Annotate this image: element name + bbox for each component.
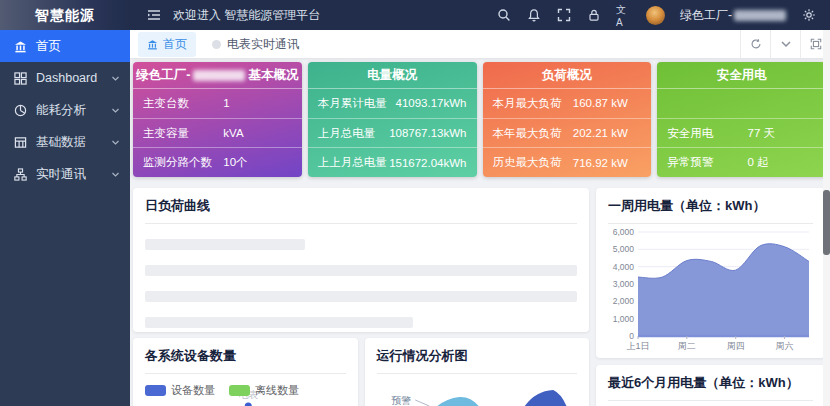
lock-icon[interactable] [586,8,601,23]
panel-title: 最近6个月用电量（单位：kWh） [608,374,813,401]
stat-label: 上月总电量 [318,126,389,141]
sidebar-item-realtime-comm[interactable]: 实时通讯 [0,158,130,190]
tab-home[interactable]: 首页 [138,32,196,57]
stat-card-title: 负荷概况 [483,62,652,89]
panel-six-month-usage: 最近6个月用电量（单位：kWh） [596,365,825,406]
skeleton-bars [145,239,577,328]
svg-text:6,000: 6,000 [613,227,635,237]
dashboard-content: 绿色工厂-基本概况 主变台数1 主变容量kVA 监测分路个数10个 电量概况 本… [130,58,830,406]
sidebar-collapse-icon[interactable] [146,8,161,23]
scrollbar-thumb[interactable] [823,190,830,255]
stat-label: 历史最大负荷 [493,155,573,170]
stat-value: 10个 [223,155,247,170]
stat-card-title: 安全用电 [657,62,826,89]
stat-value: kVA [223,127,243,139]
tabbar: 首页 电表实时通讯 [130,30,830,58]
panel-device-count: 各系统设备数量 设备数量 离线数量 [133,338,358,406]
skeleton-bar [145,239,305,250]
refresh-icon[interactable] [740,30,770,58]
legend-device-count[interactable]: 设备数量 [145,383,215,398]
legend-label: 离线数量 [255,383,299,398]
gauge-icon [14,104,27,117]
user-name-prefix: 绿色工厂- [680,7,732,24]
stat-card-title: 绿色工厂-基本概况 [133,62,302,89]
panel-title: 日负荷曲线 [145,197,577,224]
stat-label: 主变容量 [143,126,223,141]
avatar[interactable] [646,6,665,25]
stat-value: 151672.04kWh [389,157,466,169]
translate-icon[interactable]: 文A [616,8,631,23]
stat-label: 监测分路个数 [143,155,223,170]
main-area: 首页 电表实时通讯 绿色工厂-基本概况 [130,30,830,406]
user-name-redacted [734,10,786,21]
panel-title: 各系统设备数量 [145,347,346,374]
sidebar-item-label: 实时通讯 [36,166,86,183]
stat-card-title: 电量概况 [308,62,477,89]
search-icon[interactable] [496,8,511,23]
sidebar-item-energy-analysis[interactable]: 能耗分析 [0,94,130,126]
skeleton-bar [145,317,413,328]
welcome-text: 欢迎进入 智慧能源管理平台 [173,7,320,24]
panel-daily-load-curve: 日负荷曲线 [133,188,589,332]
stat-row: 本年最大负荷202.21 kW [483,119,652,149]
tab-meter-realtime[interactable]: 电表实时通讯 [212,36,299,53]
page-scrollbar [823,30,830,406]
svg-text:1,000: 1,000 [613,314,635,324]
svg-text:0: 0 [629,331,634,341]
settings-gear-icon[interactable] [801,8,816,23]
stat-label: 主变台数 [143,96,223,111]
sidebar: 首页 Dashboard 能耗分析 基础数据 实时通讯 [0,30,130,406]
svg-text:2,000: 2,000 [613,296,635,306]
title-redacted [193,70,245,81]
tab-menu-chevron-icon[interactable] [770,30,800,58]
stat-row: 上月总电量108767.13kWh [308,119,477,149]
topbar: 智慧能源 欢迎进入 智慧能源管理平台 文A 绿色工厂- [0,0,830,30]
stat-row: 主变台数1 [133,89,302,119]
chart-legend: 设备数量 离线数量 [145,383,346,398]
svg-text:3,000: 3,000 [613,279,635,289]
stat-row: 监测分路个数10个 [133,148,302,177]
sidebar-item-base-data[interactable]: 基础数据 [0,126,130,158]
stat-card-electricity-overview: 电量概况 本月累计电量41093.17kWh 上月总电量108767.13kWh… [308,62,477,177]
weekly-area-chart: 01,0002,0003,0004,0005,0006,000上1日周二周四周六 [608,226,813,354]
stat-value: 160.87 kW [573,97,628,109]
chevron-down-icon [111,170,120,179]
fullscreen-icon[interactable] [556,8,571,23]
stat-value: 716.92 kW [573,157,628,169]
stat-spacer [657,89,826,118]
chevron-down-icon [111,74,120,83]
sidebar-item-home[interactable]: 首页 [0,30,130,62]
stat-card-load-overview: 负荷概况 本月最大负荷160.87 kW 本年最大负荷202.21 kW 历史最… [483,62,652,177]
legend-offline-count[interactable]: 离线数量 [229,383,299,398]
skeleton-bar [145,291,577,302]
stat-label: 异常预警 [667,155,747,170]
stat-row: 上上月总电量151672.04kWh [308,148,477,177]
tab-label: 首页 [163,36,187,53]
sidebar-item-dashboard[interactable]: Dashboard [0,62,130,94]
svg-text:周二: 周二 [678,341,696,351]
stat-value: 202.21 kW [573,127,628,139]
title-prefix: 绿色工厂- [136,62,190,88]
stat-row: 本月最大负荷160.87 kW [483,89,652,119]
legend-swatch [145,385,166,396]
svg-text:上1日: 上1日 [626,341,649,351]
stat-row: 安全用电77 天 [657,118,826,149]
sidebar-item-label: 基础数据 [36,134,86,151]
grid-icon [14,72,27,85]
user-name[interactable]: 绿色工厂- [680,7,786,24]
sidebar-item-label: 能耗分析 [36,102,86,119]
tab-dot [212,40,221,49]
stat-label: 本月最大负荷 [493,96,573,111]
stat-value: 1 [223,97,229,109]
chevron-down-icon [111,106,120,115]
svg-text:周六: 周六 [776,341,794,351]
stat-value: 0 起 [748,155,769,170]
bell-icon[interactable] [526,8,541,23]
stat-card-safety: 安全用电 安全用电77 天 异常预警0 起 [657,62,826,177]
svg-text:周四: 周四 [727,341,745,351]
bank-icon [14,40,27,53]
sidebar-item-label: 首页 [36,38,61,55]
table-icon [14,136,27,149]
stat-card-factory-overview: 绿色工厂-基本概况 主变台数1 主变容量kVA 监测分路个数10个 [133,62,302,177]
panel-title: 运行情况分析图 [377,347,578,374]
